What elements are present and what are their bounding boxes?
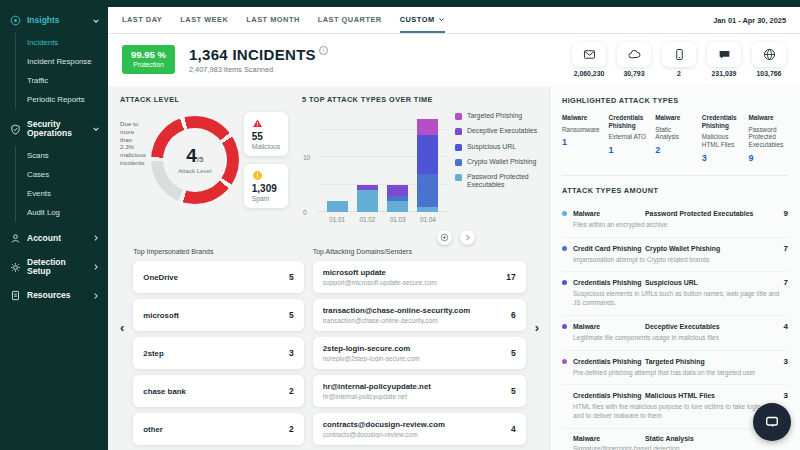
protection-label: Protection — [131, 61, 166, 69]
incidents-header: 99.95 % Protection 1,364 INCIDENTSi 2,40… — [108, 34, 800, 86]
tab-custom[interactable]: CUSTOM — [400, 7, 445, 33]
sidebar-item-scans[interactable]: Scans — [25, 146, 108, 165]
attack-type-row[interactable]: MalwareDeceptive Executables4Legitimate … — [562, 316, 788, 351]
highlighted-count[interactable]: 9 — [748, 153, 788, 163]
attack-type-row[interactable]: MalwareStatic AnalysisSignature/fingerpr… — [562, 429, 788, 450]
sidebar-item-cases[interactable]: Cases — [25, 165, 108, 184]
attack-type-row[interactable]: Credentials PhishingSuspicious URL7Suspi… — [562, 272, 788, 316]
chat-widget-button[interactable] — [753, 403, 791, 441]
warning-icon — [252, 118, 280, 129]
sender-row[interactable]: hr@internal-policyupdate.nethr@internal-… — [313, 375, 526, 407]
stat-value: 1,309 — [252, 183, 280, 194]
channel-count: 103,766 — [752, 70, 786, 77]
stacked-bar-chart: 01001.0101.0201.0301.04 — [318, 112, 447, 228]
sender-row[interactable]: transaction@chase-online-security.comtra… — [313, 299, 526, 331]
sender-row[interactable]: 2step-login-secure.comnoreply@2step-logi… — [313, 337, 526, 369]
y-tick-label: 10 — [303, 154, 310, 161]
attack-type-dot — [562, 246, 567, 251]
carousel-next-icon[interactable]: › — [535, 248, 539, 335]
sidebar-item-traffic[interactable]: Traffic — [25, 71, 108, 90]
sidebar-section-account[interactable]: Account — [0, 226, 108, 251]
email-icon[interactable] — [572, 42, 606, 67]
attack-type-row[interactable]: Credit Card PhishingCrypto Wallet Phishi… — [562, 238, 788, 273]
sender-row[interactable]: contracts@docusign-review.comcontracts@d… — [313, 413, 526, 445]
sidebar-item-events[interactable]: Events — [25, 184, 108, 203]
brand-name: microsoft — [143, 311, 179, 320]
highlighted-count[interactable]: 1 — [562, 137, 602, 147]
attack-type-name: Malicious HTML Files — [645, 392, 778, 399]
sidebar-section-label: Account — [27, 234, 86, 243]
incidents-title-block: 1,364 INCIDENTSi 2,407,983 Items Scanned — [189, 46, 328, 74]
brand-row[interactable]: microsoft5 — [133, 299, 303, 331]
sidebar-section-detection-setup[interactable]: Detection Setup — [0, 251, 108, 284]
brand-row[interactable]: OneDrive5 — [133, 261, 303, 293]
highlighted-count[interactable]: 2 — [655, 145, 695, 155]
channel-stat: 2 — [662, 42, 696, 77]
info-icon[interactable]: i — [319, 46, 328, 55]
bar-01.02 — [357, 185, 378, 213]
sender-row[interactable]: microsoft updatesupport@microsoft-update… — [313, 261, 526, 293]
tab-last-week[interactable]: LAST WEEK — [180, 7, 228, 33]
attack-type-count: 3 — [784, 357, 788, 366]
bar-segment — [417, 207, 438, 213]
items-scanned: 2,407,983 Items Scanned — [189, 65, 328, 74]
options-button[interactable] — [437, 230, 452, 245]
brand-row[interactable]: other2 — [133, 413, 303, 445]
date-range[interactable]: Jan 01 - Apr 30, 2025 — [713, 7, 786, 33]
sender-count: 5 — [511, 386, 516, 396]
sidebar-item-incidents[interactable]: Incidents — [25, 33, 108, 52]
attack-type-name: Crypto Wallet Phishing — [645, 245, 778, 252]
attack-type-row[interactable]: Credentials PhishingTargeted Phishing3Pr… — [562, 351, 788, 386]
page-title: 1,364 INCIDENTSi — [189, 46, 328, 63]
highlighted-count[interactable]: 1 — [609, 145, 649, 155]
sidebar-item-periodic-reports[interactable]: Periodic Reports — [25, 90, 108, 109]
chevron-down-icon — [438, 16, 445, 23]
chat-icon[interactable] — [707, 42, 741, 67]
sidebar-section-resources[interactable]: Resources — [0, 283, 108, 308]
highlighted-grid: MalwareRansomware1Credentials PhishingEx… — [562, 114, 788, 163]
browser-icon[interactable] — [752, 42, 786, 67]
sidebar-section-label: Insights — [27, 16, 86, 25]
highlighted-count[interactable]: 3 — [702, 153, 742, 163]
bar-segment — [417, 119, 438, 136]
brand-count: 2 — [289, 386, 294, 396]
next-button[interactable] — [460, 230, 475, 245]
attack-type-description: Pre-defined phishing attempt that has da… — [573, 369, 788, 378]
brand-count: 5 — [289, 310, 294, 320]
sidebar: InsightsIncidentsIncident ResponseTraffi… — [0, 0, 108, 450]
legend-item: Crypto Wallet Phishing — [455, 158, 539, 166]
stat-value: 55 — [252, 131, 280, 142]
sidebar-item-audit-log[interactable]: Audit Log — [25, 203, 108, 222]
sender-count: 5 — [511, 348, 516, 358]
attack-type-description: Impersonation attempt to Crypto related … — [573, 256, 788, 265]
top-impersonated-brands: Top Impersonated Brands OneDrive5microso… — [133, 248, 303, 450]
brand-row[interactable]: chase bank2 — [133, 375, 303, 407]
attack-type-dot — [562, 324, 567, 329]
channel-count: 30,793 — [617, 70, 651, 77]
sender-info: 2step-login-secure.comnoreply@2step-logi… — [323, 344, 420, 362]
sidebar-section-security-operations[interactable]: Security Operations — [0, 113, 108, 146]
sender-info: microsoft updatesupport@microsoft-update… — [323, 268, 437, 286]
attack-type-row[interactable]: MalwarePassword Protected Executables9Fi… — [562, 203, 788, 238]
tab-last-month[interactable]: LAST MONTH — [246, 7, 299, 33]
sidebar-section-insights[interactable]: Insights — [0, 8, 108, 33]
cloud-icon[interactable] — [617, 42, 651, 67]
sidebar-section-label: Security Operations — [27, 120, 86, 139]
sender-email: transaction@chase-online-security.com — [323, 317, 470, 324]
legend-label: Deceptive Executables — [467, 127, 537, 135]
tab-last-day[interactable]: LAST DAY — [122, 7, 162, 33]
brand-row[interactable]: 2step3 — [133, 337, 303, 369]
sidebar-item-incident-response[interactable]: Incident Response — [25, 52, 108, 71]
bar-segment — [417, 135, 438, 174]
doc-icon — [10, 290, 21, 301]
highlighted-category: Malware — [655, 114, 695, 122]
attack-type-dot — [562, 436, 567, 441]
y-tick-label: 0 — [303, 209, 307, 216]
attack-type-count: 9 — [784, 209, 788, 218]
brands-title: Top Impersonated Brands — [133, 248, 303, 255]
highlighted-title: HIGHLIGHTED ATTACK TYPES — [562, 96, 788, 105]
carousel-prev-icon[interactable]: ‹ — [120, 248, 124, 335]
tab-last-quarter[interactable]: LAST QUARTER — [318, 7, 382, 33]
highlighted-type: Ransomware — [562, 126, 602, 134]
phone-icon[interactable] — [662, 42, 696, 67]
